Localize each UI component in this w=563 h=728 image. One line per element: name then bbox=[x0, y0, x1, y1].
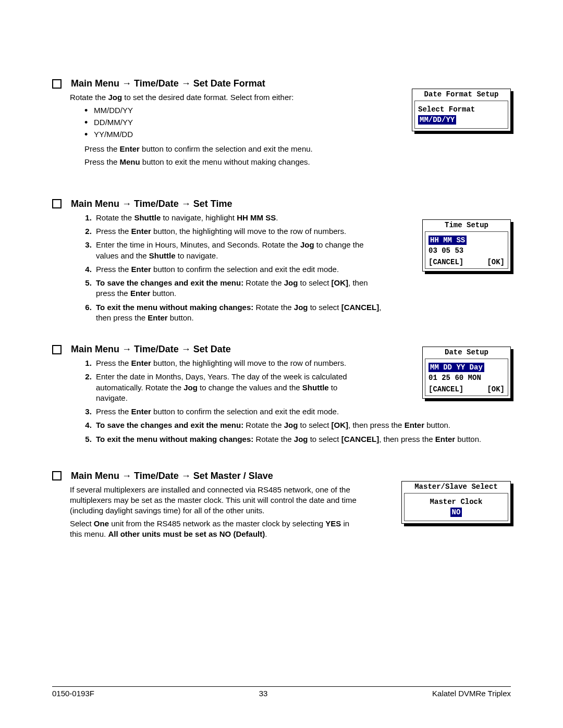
breadcrumb-part: Time/Date bbox=[134, 199, 179, 209]
paragraph: Rotate the Jog to set the desired date f… bbox=[70, 92, 362, 103]
ui-master-slave: Master/Slave Select Master Clock NO bbox=[401, 481, 511, 524]
list-item: Press the Enter button to confirm the se… bbox=[94, 264, 388, 275]
ui-ok: [OK] bbox=[487, 385, 505, 393]
list-item: To save the changes and exit the menu: R… bbox=[94, 420, 511, 430]
checkbox-icon bbox=[52, 79, 62, 89]
ui-label: Master Clock bbox=[408, 498, 505, 506]
arrow-icon: → bbox=[179, 199, 193, 209]
ui-ok: [OK] bbox=[487, 258, 505, 266]
footer-right: Kalatel DVMRe Triplex bbox=[432, 689, 511, 698]
list-item: Enter the date in Months, Days, Years. T… bbox=[94, 372, 357, 403]
ui-title: Master/Slave Select bbox=[402, 483, 510, 491]
ui-time-setup: Time Setup HH MM SS 03 05 53 [CANCEL] [O… bbox=[422, 219, 511, 272]
ui-value-row: 03 05 53 bbox=[429, 246, 505, 255]
ui-label: Select Format bbox=[418, 105, 505, 114]
list-item: Press the Enter button to confirm the se… bbox=[94, 406, 511, 417]
arrow-icon: → bbox=[179, 344, 193, 354]
paragraph: If several multiplexers are installed an… bbox=[70, 485, 362, 516]
paragraph: Select One unit from the RS485 network a… bbox=[70, 519, 362, 540]
footer-page-number: 33 bbox=[259, 689, 268, 698]
ui-header-row: HH MM SS bbox=[429, 236, 505, 244]
checkbox-icon bbox=[52, 345, 62, 354]
section-set-time: Main Menu → Time/Date → Set Time Rotate … bbox=[52, 199, 511, 323]
breadcrumb-part: Set Date Format bbox=[193, 78, 265, 89]
paragraph: Press the Menu button to exit the menu w… bbox=[84, 157, 362, 167]
arrow-icon: → bbox=[179, 471, 193, 481]
list-item: Press the Enter button, the highlighting… bbox=[94, 358, 357, 368]
ui-cancel: [CANCEL] bbox=[429, 258, 463, 266]
arrow-icon: → bbox=[119, 471, 134, 481]
heading: Main Menu → Time/Date → Set Master / Sla… bbox=[52, 471, 511, 482]
arrow-icon: → bbox=[119, 199, 134, 209]
breadcrumb-part: Set Date bbox=[193, 344, 231, 354]
ui-date-format-setup: Date Format Setup Select Format MM/DD/YY bbox=[412, 89, 511, 131]
ui-date-setup: Date Setup MM DD YY Day 01 25 60 MON [CA… bbox=[422, 347, 511, 399]
format-options: MM/DD/YY DD/MM/YY YY/MM/DD bbox=[70, 106, 362, 139]
ui-header-row: MM DD YY Day bbox=[429, 363, 505, 372]
section-set-master-slave: Main Menu → Time/Date → Set Master / Sla… bbox=[52, 471, 511, 539]
arrow-icon: → bbox=[119, 344, 134, 354]
breadcrumb-part: Main Menu bbox=[71, 471, 119, 481]
list-item: MM/DD/YY bbox=[84, 106, 362, 115]
paragraph: Press the Enter button to confirm the se… bbox=[84, 144, 362, 154]
section-set-date: Main Menu → Time/Date → Set Date Press t… bbox=[52, 344, 511, 445]
page-footer: 0150-0193F 33 Kalatel DVMRe Triplex bbox=[52, 686, 511, 698]
list-item: Enter the time in Hours, Minutes, and Se… bbox=[94, 240, 388, 261]
checkbox-icon bbox=[52, 471, 62, 480]
heading: Main Menu → Time/Date → Set Time bbox=[52, 199, 511, 209]
ui-title: Date Setup bbox=[423, 348, 510, 356]
breadcrumb-part: Set Master / Slave bbox=[193, 471, 273, 481]
list-item: To save the changes and exit the menu: R… bbox=[94, 278, 388, 299]
breadcrumb-part: Main Menu bbox=[71, 78, 119, 89]
arrow-icon: → bbox=[179, 78, 193, 89]
ui-title: Date Format Setup bbox=[412, 90, 510, 98]
list-item: Rotate the Shuttle to navigate, highligh… bbox=[94, 213, 388, 223]
arrow-icon: → bbox=[119, 78, 134, 89]
breadcrumb-part: Time/Date bbox=[134, 78, 179, 89]
ui-selected-value: MM/DD/YY bbox=[418, 116, 505, 124]
section-set-date-format: Main Menu → Time/Date → Set Date Format … bbox=[52, 78, 511, 167]
breadcrumb-part: Main Menu bbox=[71, 199, 119, 209]
heading: Main Menu → Time/Date → Set Date Format bbox=[52, 78, 511, 89]
list-item: To exit the menu without making changes:… bbox=[94, 434, 511, 445]
breadcrumb-part: Time/Date bbox=[134, 344, 179, 354]
list-item: DD/MM/YY bbox=[84, 118, 362, 127]
ui-title: Time Setup bbox=[423, 221, 510, 229]
breadcrumb-part: Time/Date bbox=[134, 471, 179, 481]
list-item: Press the Enter button, the highlighting… bbox=[94, 226, 388, 237]
ui-cancel: [CANCEL] bbox=[429, 385, 463, 393]
list-item: To exit the menu without making changes:… bbox=[94, 302, 388, 324]
breadcrumb-part: Set Time bbox=[193, 199, 232, 209]
ui-value-row: 01 25 60 MON bbox=[429, 374, 505, 382]
checkbox-icon bbox=[52, 199, 62, 208]
ui-selected-value: NO bbox=[408, 508, 505, 516]
footer-left: 0150-0193F bbox=[52, 689, 94, 698]
list-item: YY/MM/DD bbox=[84, 130, 362, 139]
breadcrumb-part: Main Menu bbox=[71, 344, 119, 354]
